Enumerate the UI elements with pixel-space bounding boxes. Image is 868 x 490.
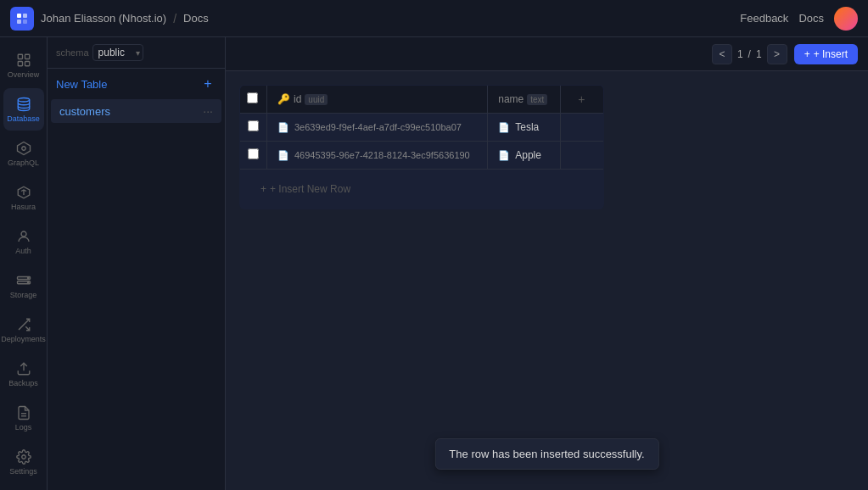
- table-menu-dots[interactable]: ···: [203, 104, 213, 118]
- pagination-controls: < 1 / 1 >: [712, 44, 787, 64]
- auth-icon: [16, 229, 31, 244]
- pagination-next-button[interactable]: >: [767, 44, 787, 64]
- sidebar-label-graphql: GraphQL: [8, 159, 39, 167]
- insert-plus-icon: +: [804, 48, 810, 60]
- add-column-button[interactable]: +: [571, 89, 591, 109]
- select-all-checkbox[interactable]: [247, 92, 258, 103]
- feedback-link[interactable]: Feedback: [740, 12, 788, 25]
- row2-checkbox[interactable]: [248, 148, 259, 159]
- row2-extra-cell: [561, 142, 604, 170]
- sidebar-label-overview: Overview: [8, 70, 40, 79]
- insert-row-label: + Insert New Row: [270, 183, 350, 195]
- svg-rect-0: [17, 14, 21, 18]
- table-row: 📄 3e639ed9-f9ef-4aef-a7df-c99ec510ba07 📄…: [240, 114, 604, 142]
- sidebar-label-backups: Backups: [8, 379, 38, 387]
- svg-point-10: [21, 146, 25, 150]
- sidebar-label-database: Database: [7, 114, 40, 123]
- col-name-type: text: [527, 94, 547, 105]
- row2-name-cell[interactable]: 📄 Apple: [488, 142, 561, 170]
- svg-rect-4: [18, 54, 22, 58]
- sidebar-item-deployments[interactable]: Deployments: [3, 309, 44, 351]
- deployments-icon: [16, 317, 31, 332]
- topbar-right: Feedback Docs: [740, 7, 858, 31]
- header-id: 🔑 id uuid: [267, 86, 488, 114]
- row2-doc-icon: 📄: [277, 150, 289, 161]
- sidebar-item-backups[interactable]: Backups: [3, 353, 44, 395]
- topbar: Johan Eliasson (Nhost.io) / Docs Feedbac…: [0, 0, 868, 37]
- col-id-label: id: [294, 93, 301, 105]
- toast-notification: The row has been inserted successfully.: [434, 438, 658, 470]
- add-table-button[interactable]: +: [199, 75, 216, 92]
- sidebar-item-logs[interactable]: Logs: [3, 397, 44, 439]
- table-list-item-customers[interactable]: customers ···: [51, 99, 221, 123]
- new-table-row: New Table +: [48, 69, 225, 99]
- app-logo[interactable]: [10, 7, 34, 31]
- schema-label: schema: [56, 47, 89, 58]
- insert-row-icon: +: [260, 183, 266, 195]
- graphql-icon: [16, 141, 31, 156]
- docs-link[interactable]: Docs: [798, 12, 824, 25]
- svg-point-15: [27, 281, 29, 283]
- backups-icon: [16, 361, 31, 376]
- sidebar-item-overview[interactable]: Overview: [3, 44, 44, 86]
- topbar-left: Johan Eliasson (Nhost.io) / Docs: [10, 7, 209, 31]
- row1-checkbox[interactable]: [248, 120, 259, 131]
- svg-rect-1: [23, 14, 27, 18]
- logs-icon: [16, 405, 31, 420]
- svg-rect-6: [18, 61, 22, 65]
- new-table-label: New Table: [56, 78, 107, 91]
- row1-name-value: Tesla: [515, 121, 539, 133]
- sidebar-item-settings[interactable]: Settings: [3, 441, 44, 483]
- svg-point-11: [21, 231, 26, 237]
- row1-name-doc-icon: 📄: [498, 122, 510, 133]
- pagination-separator: /: [748, 48, 751, 60]
- row1-id-cell[interactable]: 📄 3e639ed9-f9ef-4aef-a7df-c99ec510ba07: [267, 114, 488, 142]
- key-icon: 🔑: [277, 93, 290, 105]
- table-header-row: 🔑 id uuid name text +: [240, 86, 604, 114]
- insert-row-cell: + + Insert New Row: [240, 170, 604, 209]
- pagination-current: 1: [737, 48, 743, 60]
- pagination-bar: < 1 / 1 > + + Insert: [226, 37, 868, 71]
- schema-select[interactable]: public: [92, 44, 143, 61]
- sidebar-item-storage[interactable]: Storage: [3, 264, 44, 307]
- table-container: 🔑 id uuid name text +: [226, 71, 868, 223]
- grid-icon: [16, 53, 31, 68]
- row2-name-value: Apple: [515, 149, 541, 161]
- header-add-column[interactable]: +: [561, 86, 604, 114]
- sidebar-label-deployments: Deployments: [1, 335, 46, 343]
- main-layout: Overview Database GraphQL Hasura: [0, 37, 868, 490]
- sidebar: Overview Database GraphQL Hasura: [0, 37, 48, 490]
- row1-id-value: 3e639ed9-f9ef-4aef-a7df-c99ec510ba07: [294, 122, 462, 132]
- table-actions: ···: [203, 104, 213, 118]
- row1-name-cell[interactable]: 📄 Tesla: [488, 114, 561, 142]
- sidebar-label-hasura: Hasura: [11, 203, 36, 211]
- sidebar-label-storage: Storage: [10, 291, 37, 299]
- table-name-customers: customers: [59, 105, 110, 118]
- sidebar-item-hasura[interactable]: Hasura: [3, 176, 44, 219]
- svg-point-8: [18, 97, 30, 102]
- sidebar-label-auth: Auth: [15, 247, 31, 255]
- insert-button[interactable]: + + Insert: [794, 44, 858, 64]
- header-name: name text: [488, 86, 561, 114]
- row1-extra-cell: [561, 114, 604, 142]
- insert-row-row: + + Insert New Row: [240, 170, 604, 209]
- table-row: 📄 46945395-96e7-4218-8124-3ec9f5636190 📄…: [240, 142, 604, 170]
- insert-label: + Insert: [814, 48, 848, 60]
- svg-rect-2: [17, 19, 21, 24]
- sidebar-label-logs: Logs: [15, 423, 32, 432]
- sidebar-item-database[interactable]: Database: [3, 88, 44, 131]
- row2-id-cell[interactable]: 📄 46945395-96e7-4218-8124-3ec9f5636190: [267, 142, 488, 170]
- breadcrumb-separator-1: /: [173, 12, 176, 25]
- insert-new-row-button[interactable]: + + Insert New Row: [250, 176, 361, 202]
- sidebar-item-graphql[interactable]: GraphQL: [3, 132, 44, 175]
- col-name-label: name: [498, 93, 524, 105]
- hasura-icon: [16, 185, 31, 200]
- header-checkbox-cell: [240, 86, 267, 114]
- pagination-prev-button[interactable]: <: [712, 44, 732, 64]
- avatar[interactable]: [834, 7, 858, 31]
- row2-checkbox-cell: [240, 142, 267, 170]
- content-area: < 1 / 1 > + + Insert: [226, 37, 868, 490]
- svg-rect-3: [23, 19, 27, 24]
- toast-message: The row has been inserted successfully.: [449, 448, 644, 460]
- sidebar-item-auth[interactable]: Auth: [3, 220, 44, 263]
